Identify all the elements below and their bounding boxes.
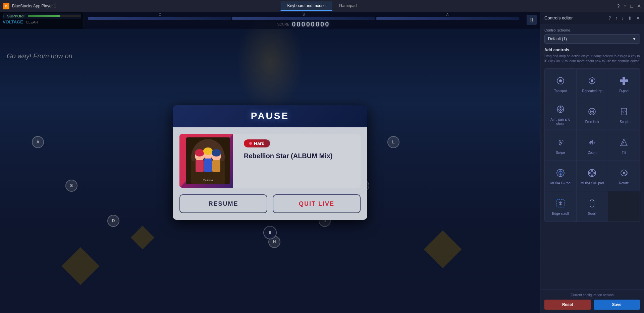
pause-song-cover: Tsukasa — [179, 134, 233, 188]
control-aim-pan-shoot[interactable]: Aim, pan and shoot — [545, 99, 576, 130]
difficulty-dot — [249, 142, 252, 145]
svg-line-45 — [623, 142, 624, 144]
controls-panel-titlebar: Controls editor ? ↑ ↓ ⬆ ✕ — [540, 12, 644, 24]
app-logo: B — [3, 3, 9, 9]
difficulty-badge: Hard — [244, 139, 270, 147]
pause-song-info: Tsukasa Hard Rebellion Star (ALBUM Mix) — [179, 134, 361, 188]
svg-point-55 — [591, 169, 593, 171]
svg-rect-28 — [623, 82, 625, 85]
tab-keyboard[interactable]: Keyboard and mouse — [281, 1, 332, 11]
svg-point-21 — [212, 149, 221, 156]
reset-button[interactable]: Reset — [544, 300, 591, 310]
add-controls-desc: Drag and drop an action on your game scr… — [544, 54, 640, 64]
cover-image: Tsukasa — [186, 137, 230, 184]
svg-rect-31 — [623, 79, 625, 82]
svg-point-38 — [560, 109, 561, 110]
action-buttons: Reset Save — [544, 300, 640, 310]
scroll-label: Scroll — [588, 211, 596, 216]
control-scheme-section: Control scheme Default (1) ▼ — [544, 28, 640, 44]
swipe-icon — [554, 136, 567, 148]
save-button[interactable]: Save — [594, 300, 640, 310]
svg-point-24 — [559, 79, 562, 82]
tab-bar: Keyboard and mouse Gamepad — [281, 1, 364, 11]
pause-buttons: RESUME QUIT LIVE — [179, 194, 361, 213]
svg-point-20 — [203, 147, 213, 155]
current-config-label: Current configuration actions — [544, 293, 640, 297]
svg-point-19 — [195, 149, 204, 156]
window-controls: ? ≡ □ ✕ — [617, 3, 641, 9]
svg-point-58 — [594, 172, 596, 174]
help-icon[interactable]: ? — [617, 3, 620, 9]
scroll-icon — [586, 197, 598, 209]
share-icon[interactable]: ⬆ — [628, 15, 632, 21]
close-panel-icon[interactable]: ✕ — [636, 15, 640, 21]
add-controls-section: Add controls Drag and drop an action on … — [544, 48, 640, 64]
swipe-label: Swipe — [556, 150, 565, 155]
dpad-icon — [618, 75, 630, 87]
svg-text:6: 6 — [560, 172, 561, 175]
control-moba-skill-pad[interactable]: MOBA Skill pad — [577, 161, 608, 191]
tab-gamepad[interactable]: Gamepad — [332, 1, 364, 11]
download-icon[interactable]: ↓ — [622, 15, 624, 21]
edge-scroll-icon — [554, 197, 567, 209]
control-tap-spot[interactable]: Tap spot — [545, 69, 576, 99]
pause-song-title: Rebellion Star (ALBUM Mix) — [244, 151, 355, 160]
control-scheme-value: Default (1) — [548, 37, 567, 41]
svg-rect-30 — [625, 79, 628, 82]
controls-panel: Controls editor ? ↑ ↓ ⬆ ✕ Control scheme… — [540, 12, 644, 313]
main-content: ♪ SUPPORT VOLTAGE CLEAR C B A — [0, 12, 644, 313]
svg-rect-16 — [204, 159, 212, 172]
controls-grid: Tap spot Repeated tap — [544, 68, 640, 222]
svg-point-53 — [588, 169, 596, 177]
control-tilt[interactable]: Tilt — [608, 130, 640, 161]
control-edge-scroll[interactable]: Edge scroll — [545, 191, 576, 222]
svg-rect-18 — [212, 160, 220, 172]
repeated-tap-icon — [586, 75, 598, 87]
difficulty-text: Hard — [254, 141, 265, 146]
script-icon: </> — [618, 106, 630, 118]
title-bar: B BlueStacks App Player 1 Keyboard and m… — [0, 0, 644, 12]
controls-panel-title: Controls editor — [544, 15, 606, 20]
controls-bottom: Current configuration actions Reset Save — [540, 290, 644, 313]
control-repeated-tap[interactable]: Repeated tap — [577, 69, 608, 99]
repeated-tap-label: Repeated tap — [582, 89, 602, 93]
resume-button[interactable]: RESUME — [179, 194, 267, 213]
rotate-label: Rotate — [619, 181, 629, 185]
control-scroll[interactable]: Scroll — [577, 191, 608, 222]
menu-icon[interactable]: ≡ — [624, 3, 626, 9]
control-moba-dpad[interactable]: 6 MOBA D-Pad — [545, 161, 576, 191]
pause-modal-header: PAUSE — [173, 105, 367, 127]
minimize-icon[interactable]: □ — [631, 3, 633, 9]
control-zoom[interactable]: Zoom — [577, 130, 608, 161]
edge-scroll-label: Edge scroll — [552, 211, 569, 216]
control-scheme-select[interactable]: Default (1) ▼ — [544, 34, 640, 44]
control-swipe[interactable]: Swipe — [545, 130, 576, 161]
add-controls-title: Add controls — [544, 48, 640, 52]
svg-point-54 — [591, 172, 593, 174]
control-dpad[interactable]: D-pad — [608, 69, 640, 99]
upload-icon[interactable]: ↑ — [615, 15, 618, 21]
control-rotate[interactable]: Rotate — [608, 161, 640, 191]
moba-dpad-label: MOBA D-Pad — [550, 181, 571, 185]
rotate-icon — [618, 167, 630, 179]
tilt-icon — [618, 136, 630, 148]
svg-marker-44 — [621, 139, 627, 146]
help-panel-icon[interactable]: ? — [608, 15, 611, 21]
svg-rect-14 — [196, 160, 204, 172]
tilt-label: Tilt — [622, 150, 626, 155]
tap-spot-label: Tap spot — [554, 89, 567, 93]
control-free-look[interactable]: Free look — [577, 99, 608, 130]
moba-skill-pad-icon — [586, 167, 598, 179]
zoom-icon — [586, 136, 598, 148]
select-chevron: ▼ — [632, 37, 636, 41]
controls-panel-body: Control scheme Default (1) ▼ Add control… — [540, 24, 644, 290]
pause-modal-body: Tsukasa Hard Rebellion Star (ALBUM Mix) — [173, 127, 367, 220]
close-icon[interactable]: ✕ — [637, 3, 641, 9]
control-script[interactable]: </> Script — [608, 99, 640, 130]
panel-icons: ? ↑ ↓ ⬆ ✕ — [608, 15, 640, 21]
svg-text:</>: </> — [622, 110, 627, 113]
quit-button[interactable]: QUIT LIVE — [273, 194, 361, 213]
moba-skill-pad-label: MOBA Skill pad — [581, 181, 604, 185]
pause-title: PAUSE — [251, 111, 289, 121]
svg-point-56 — [591, 175, 593, 177]
